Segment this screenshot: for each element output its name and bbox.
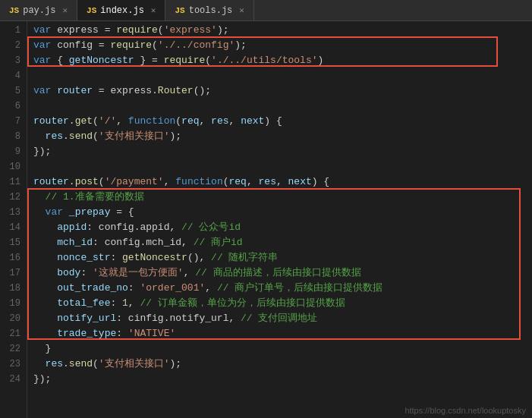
js-icon-index: JS (87, 6, 96, 15)
code-line-3: var { getNoncestr } = require('./../util… (33, 53, 532, 68)
close-icon-index[interactable]: ✕ (151, 5, 156, 15)
code-line-15: mch_id: config.mch_id, // 商户id (33, 235, 532, 250)
code-line-17: body: '这就是一包方便面', // 商品的描述，后续由接口提供数据 (33, 266, 532, 281)
tab-label-pay: pay.js (23, 5, 55, 16)
code-line-2: var config = require('./../config'); (33, 38, 532, 53)
tab-label-index: index.js (100, 5, 144, 16)
code-line-4 (33, 68, 532, 83)
tab-pay-js[interactable]: JS pay.js ✕ (0, 0, 77, 20)
tab-bar: JS pay.js ✕ JS index.js ✕ JS tools.js ✕ (0, 0, 532, 21)
code-line-13: var _prepay = { (33, 205, 532, 220)
code-line-9: }); (33, 144, 532, 159)
code-line-7: router.get('/', function(req, res, next)… (33, 114, 532, 129)
tab-label-tools: tools.js (189, 5, 233, 16)
code-line-6 (33, 99, 532, 114)
close-icon-pay[interactable]: ✕ (62, 5, 68, 15)
code-line-12: // 1.准备需要的数据 (33, 190, 532, 205)
code-line-14: appid: config.appid, // 公众号id (33, 220, 532, 235)
code-line-16: nonce_str: getNoncestr(), // 随机字符串 (33, 250, 532, 266)
code-line-18: out_trade_no: 'order_001', // 商户订单号，后续由接… (33, 281, 532, 296)
code-line-23: res.send('支付相关接口'); (33, 357, 532, 372)
code-line-21: trade_type: 'NATIVE' (33, 326, 532, 341)
code-line-1: var express = require('express'); (33, 23, 532, 38)
code-line-22: } (33, 341, 532, 357)
code-line-10 (33, 159, 532, 174)
js-icon-tools: JS (175, 6, 184, 15)
code-line-11: router.post('/payment', function(req, re… (33, 174, 532, 190)
close-icon-tools[interactable]: ✕ (239, 5, 244, 15)
code-line-8: res.send('支付相关接口'); (33, 129, 532, 144)
js-icon-pay: JS (9, 6, 19, 15)
code-container: 1 2 3 4 5 6 7 8 9 10 11 12 13 14 15 16 1… (0, 21, 532, 418)
code-line-5: var router = express.Router(); (33, 83, 532, 99)
code-line-24: }); (33, 372, 532, 387)
code-line-19: total_fee: 1, // 订单金额，单位为分，后续由接口提供数据 (33, 296, 532, 311)
line-numbers: 1 2 3 4 5 6 7 8 9 10 11 12 13 14 15 16 1… (0, 21, 27, 418)
tab-index-js[interactable]: JS index.js ✕ (77, 0, 165, 20)
tab-tools-js[interactable]: JS tools.js ✕ (165, 0, 253, 20)
watermark: https://blog.csdn.net/lookuptosky (405, 406, 526, 415)
code-lines: var express = require('express'); var co… (27, 21, 532, 418)
code-line-20: notify_url: cinfig.notify_url, // 支付回调地址 (33, 311, 532, 326)
